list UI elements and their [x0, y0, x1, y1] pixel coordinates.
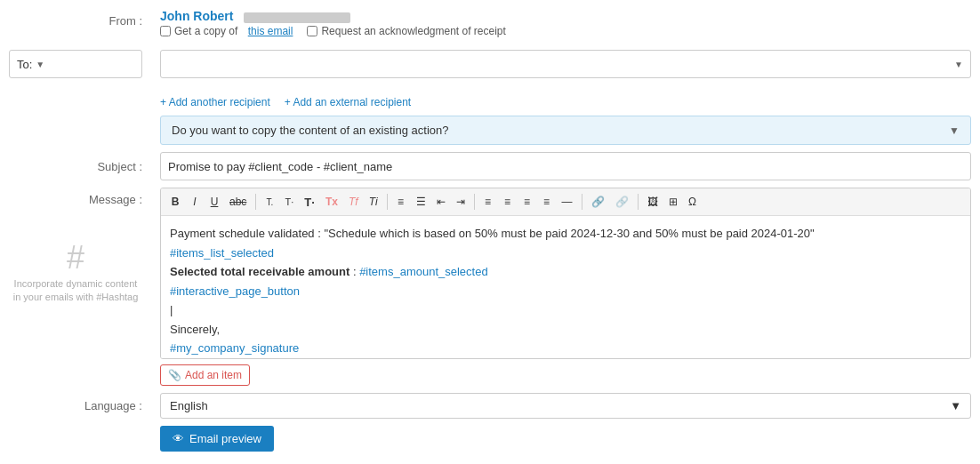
toolbar-bold[interactable]: B	[166, 192, 184, 212]
to-content: ▼	[151, 50, 980, 78]
email-preview-row: 👁 Email preview	[0, 426, 980, 452]
to-select[interactable]: To: ▼	[9, 50, 142, 78]
ack-checkbox-item[interactable]: Request an acknowledgment of receipt	[307, 25, 505, 37]
toolbar-italic[interactable]: I	[186, 192, 204, 212]
toolbar-sep-1	[255, 194, 256, 210]
hashtag-hint-text: Incorporate dynamic content in your emai…	[9, 277, 142, 305]
language-select[interactable]: English ▼	[160, 393, 971, 419]
toolbar-align-justify[interactable]: ≡	[538, 192, 556, 212]
preview-content: 👁 Email preview	[151, 426, 980, 452]
language-content: English ▼	[151, 393, 980, 419]
subject-input[interactable]	[160, 152, 971, 180]
from-name: John Robert	[160, 9, 233, 23]
subject-label: Subject :	[0, 155, 151, 179]
copy-content-chevron-icon: ▼	[949, 124, 960, 137]
message-left-panel: Message : # Incorporate dynamic content …	[0, 188, 151, 310]
toolbar-indent-less[interactable]: ⇤	[432, 192, 450, 212]
editor-body[interactable]: Payment schedule validated : "Schedule w…	[161, 216, 970, 358]
editor-sincerely: Sincerely,	[170, 321, 961, 339]
from-checkboxes: Get a copy of this email Request an ackn…	[160, 25, 971, 37]
copy-content-bar[interactable]: Do you want to copy the content of an ex…	[160, 116, 971, 145]
language-row: Language : English ▼	[0, 393, 980, 419]
email-preview-label: Email preview	[189, 432, 261, 445]
editor-cursor-line: |	[170, 301, 961, 319]
add-recipients-label-spacer	[0, 91, 151, 101]
to-input-chevron-icon: ▼	[954, 60, 963, 69]
ack-label: Request an acknowledgment of receipt	[321, 25, 505, 37]
subject-row: Subject :	[0, 152, 980, 180]
hashtag-hint: # Incorporate dynamic content in your em…	[9, 242, 142, 305]
add-item-label: Add an item	[185, 369, 242, 381]
to-chevron-icon: ▼	[36, 60, 44, 69]
toolbar-align-center[interactable]: ≡	[499, 192, 517, 212]
message-label: Message :	[9, 193, 142, 206]
editor-items-list: #items_list_selected	[170, 246, 274, 260]
hashtag-icon: #	[67, 242, 84, 274]
email-preview-button[interactable]: 👁 Email preview	[160, 426, 274, 452]
editor-interactive-button: #interactive_page_button	[170, 284, 300, 298]
preview-label-spacer	[0, 426, 151, 436]
copy-content-area: Do you want to copy the content of an ex…	[151, 116, 980, 145]
editor-total-value: : #items_amount_selected	[349, 265, 487, 278]
toolbar-t-medium[interactable]: T·	[280, 192, 298, 212]
copy-content-spacer	[0, 116, 151, 126]
toolbar-ti[interactable]: Ti	[365, 192, 382, 212]
toolbar-indent-more[interactable]: ⇥	[452, 192, 470, 212]
toolbar-link[interactable]: 🔗	[587, 192, 609, 212]
to-select-label: To:	[17, 58, 32, 71]
toolbar-tf[interactable]: Tf	[344, 192, 363, 212]
add-recipients-row: + Add another recipient + Add an externa…	[0, 91, 980, 108]
from-email-blurred	[244, 12, 350, 23]
subject-content	[151, 152, 980, 180]
add-item-button[interactable]: 📎 Add an item	[160, 364, 250, 386]
copy-label-prefix: Get a copy of	[174, 25, 237, 37]
toolbar-sep-4	[582, 194, 582, 210]
from-label: From :	[0, 9, 151, 33]
toolbar-hr[interactable]: —	[558, 192, 577, 212]
to-row: To: ▼ ▼	[0, 44, 980, 84]
toolbar-align-right[interactable]: ≡	[518, 192, 536, 212]
from-content: John Robert Get a copy of this email Req…	[151, 9, 980, 37]
add-another-recipient-link[interactable]: + Add another recipient	[160, 96, 270, 108]
language-label: Language :	[0, 394, 151, 418]
toolbar-sep-5	[638, 194, 639, 210]
toolbar-unlink[interactable]: 🔗	[611, 192, 633, 212]
copy-email-checkbox[interactable]	[160, 26, 171, 36]
add-recipients-content: + Add another recipient + Add an externa…	[151, 91, 980, 108]
toolbar-t-small[interactable]: T.	[261, 192, 278, 212]
editor-container: B I U abc T. T· T· Tx Tf Ti ≡ ☰ ⇤ ⇥	[160, 188, 971, 359]
toolbar-list-ol[interactable]: ≡	[392, 192, 410, 212]
toolbar-align-left[interactable]: ≡	[479, 192, 497, 212]
toolbar-image[interactable]: 🖼	[643, 192, 663, 212]
add-external-recipient-link[interactable]: + Add an external recipient	[285, 96, 411, 108]
from-row: From : John Robert Get a copy of this em…	[0, 9, 980, 37]
toolbar-sep-3	[474, 194, 475, 210]
paperclip-icon: 📎	[168, 369, 181, 381]
copy-content-row: Do you want to copy the content of an ex…	[0, 116, 980, 145]
to-label-cell: To: ▼	[0, 44, 151, 84]
toolbar-strikethrough[interactable]: abc	[225, 192, 251, 212]
toolbar-tx[interactable]: Tx	[321, 192, 342, 212]
toolbar-underline[interactable]: U	[205, 192, 223, 212]
toolbar-sep-2	[387, 194, 388, 210]
toolbar-table[interactable]: ⊞	[664, 192, 682, 212]
to-input[interactable]: ▼	[160, 50, 971, 78]
toolbar-t-large[interactable]: T·	[300, 192, 319, 212]
language-chevron-icon: ▼	[950, 399, 961, 412]
editor-total-label: Selected total receivable amount	[170, 265, 349, 278]
copy-content-text: Do you want to copy the content of an ex…	[172, 124, 448, 137]
copy-label-highlight: this email	[248, 25, 293, 37]
message-content: B I U abc T. T· T· Tx Tf Ti ≡ ☰ ⇤ ⇥	[151, 188, 980, 386]
copy-email-checkbox-item[interactable]: Get a copy of this email	[160, 25, 293, 37]
message-row: Message : # Incorporate dynamic content …	[0, 188, 980, 386]
editor-toolbar: B I U abc T. T· T· Tx Tf Ti ≡ ☰ ⇤ ⇥	[161, 188, 970, 216]
eye-icon: 👁	[173, 432, 184, 445]
add-recipients-links: + Add another recipient + Add an externa…	[160, 96, 971, 108]
ack-checkbox[interactable]	[307, 26, 317, 36]
editor-signature: #my_company_signature	[170, 341, 299, 355]
toolbar-list-ul[interactable]: ☰	[412, 192, 430, 212]
language-value: English	[170, 399, 208, 412]
toolbar-special-chars[interactable]: Ω	[684, 192, 702, 212]
editor-line-1: Payment schedule validated : "Schedule w…	[170, 225, 961, 243]
